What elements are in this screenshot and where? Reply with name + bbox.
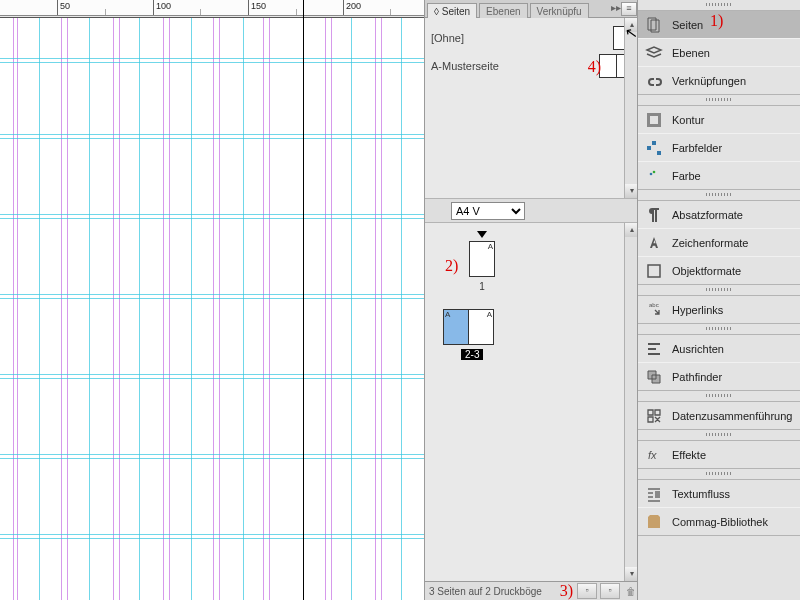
svg-text:fx: fx (648, 449, 657, 461)
horizontal-ruler[interactable]: 50 100 150 200 (0, 0, 424, 16)
dock-item-absatz[interactable]: Absatzformate (638, 201, 800, 228)
dock-item-label: Pathfinder (672, 371, 722, 383)
ruler-tick: 200 (343, 0, 361, 15)
svg-point-0 (650, 172, 653, 175)
svg-point-1 (653, 170, 656, 173)
links-icon (644, 72, 664, 90)
obj-icon (644, 262, 664, 280)
page-number: 1 (469, 281, 495, 292)
dock-item-label: Seiten (672, 19, 703, 31)
dock-item-pathfinder[interactable]: Pathfinder (638, 362, 800, 390)
dock-item-farbfelder[interactable]: Farbfelder (638, 133, 800, 161)
master-row-none[interactable]: [Ohne] (431, 24, 633, 52)
dock-grip[interactable] (638, 0, 800, 8)
dock-item-label: Farbe (672, 170, 701, 182)
ruler-tick: 150 (248, 0, 266, 15)
dock-item-farbe[interactable]: Farbe (638, 161, 800, 189)
new-page-button[interactable]: ▫ (577, 583, 597, 599)
layers-icon (644, 44, 664, 62)
svg-text:abc: abc (649, 302, 659, 308)
fx-icon: fx (644, 446, 664, 464)
dock-item-ausrichten[interactable]: Ausrichten (638, 335, 800, 362)
dock-item-effekte[interactable]: fxEffekte (638, 441, 800, 468)
spread-divider (303, 0, 304, 600)
panel-tabs: ◊ Seiten Ebenen Verknüpfu ▸▸ (425, 0, 639, 18)
dock-item-label: Hyperlinks (672, 304, 723, 316)
ruler-subtick (296, 9, 299, 15)
dock-item-kontur[interactable]: Kontur (638, 106, 800, 133)
lib-icon (644, 513, 664, 531)
dock-item-label: Kontur (672, 114, 704, 126)
dock-item-label: Absatzformate (672, 209, 743, 221)
master-pages-list: [Ohne] A-Musterseite ▴ ▾ 4) (425, 18, 639, 198)
dock-grip[interactable] (638, 469, 800, 477)
char-icon (644, 234, 664, 252)
pathfinder-icon (644, 368, 664, 386)
dock-item-objekt[interactable]: Objektformate (638, 256, 800, 284)
ruler-subtick (390, 9, 393, 15)
collapse-arrows-icon[interactable]: ▸▸ (611, 2, 621, 13)
dock-item-bibliothek[interactable]: Commag-Bibliothek (638, 507, 800, 535)
para-icon (644, 206, 664, 224)
dock-item-verkn[interactable]: Verknüpfungen (638, 66, 800, 94)
dock-grip[interactable] (638, 430, 800, 438)
ruler-subtick (200, 9, 203, 15)
align-icon (644, 340, 664, 358)
dock-grip[interactable] (638, 391, 800, 399)
new-page-button-alt[interactable]: ▫ (600, 583, 620, 599)
dock-item-label: Commag-Bibliothek (672, 516, 768, 528)
page-size-row: A4 V (425, 198, 639, 223)
page-area[interactable] (0, 17, 426, 600)
dock-item-label: Verknüpfungen (672, 75, 746, 87)
dock-item-label: Ebenen (672, 47, 710, 59)
spread-2-3[interactable]: AA 2-3 (443, 309, 494, 360)
tab-ebenen[interactable]: Ebenen (479, 3, 527, 18)
master-label: [Ohne] (431, 32, 613, 44)
dock-item-label: Zeichenformate (672, 237, 748, 249)
annotation-2: 2) (445, 257, 458, 275)
stroke-icon (644, 111, 664, 129)
pages-thumbnails: A 1 2) AA 2-3 ▴ ▾ (425, 223, 639, 581)
annotation-3: 3) (560, 582, 573, 600)
swatches-icon (644, 139, 664, 157)
color-icon (644, 167, 664, 185)
master-label: A-Musterseite (431, 60, 599, 72)
tab-verknuepfungen[interactable]: Verknüpfu (530, 3, 589, 18)
master-letter: A (488, 242, 493, 251)
dock-item-label: Effekte (672, 449, 706, 461)
dock-item-ebenen[interactable]: Ebenen (638, 38, 800, 66)
master-row-a[interactable]: A-Musterseite (431, 52, 633, 80)
section-start-icon (477, 231, 487, 238)
dock-item-hyper[interactable]: abcHyperlinks (638, 296, 800, 323)
master-letter: A (487, 310, 492, 319)
dock-grip[interactable] (638, 190, 800, 198)
dock-item-label: Datenzusammenführung (672, 410, 792, 422)
dock-item-label: Textumfluss (672, 488, 730, 500)
dock-item-label: Objektformate (672, 265, 741, 277)
right-dock: SeitenEbenenVerknüpfungen KonturFarbfeld… (637, 0, 800, 600)
dock-item-textumfluss[interactable]: Textumfluss (638, 480, 800, 507)
ruler-tick: 100 (153, 0, 171, 15)
dock-grip[interactable] (638, 95, 800, 103)
pages-panel: ◊ Seiten Ebenen Verknüpfu ▸▸ [Ohne] A-Mu… (424, 0, 639, 600)
pages-icon (644, 16, 664, 34)
ruler-subtick (105, 9, 108, 15)
dock-item-label: Farbfelder (672, 142, 722, 154)
document-canvas[interactable]: 50 100 150 200 (0, 0, 424, 600)
dock-item-zeichen[interactable]: Zeichenformate (638, 228, 800, 256)
tab-label: Seiten (442, 6, 470, 17)
dock-item-datamerge[interactable]: Datenzusammenführung (638, 402, 800, 429)
spread-label: 2-3 (461, 349, 483, 360)
panel-menu-icon[interactable] (621, 2, 637, 16)
wrap-icon (644, 485, 664, 503)
panel-status-bar: 3 Seiten auf 2 Druckböge 3) ▫ ▫ 🗑 (425, 581, 639, 600)
dock-item-seiten[interactable]: Seiten (638, 11, 800, 38)
dock-grip[interactable] (638, 285, 800, 293)
hyper-icon: abc (644, 301, 664, 319)
dock-item-label: Ausrichten (672, 343, 724, 355)
page-size-select[interactable]: A4 V (451, 202, 525, 220)
tab-seiten[interactable]: ◊ Seiten (427, 3, 477, 18)
dock-grip[interactable] (638, 324, 800, 332)
master-letter: A (445, 310, 450, 319)
page-1[interactable]: A 1 (469, 241, 495, 292)
